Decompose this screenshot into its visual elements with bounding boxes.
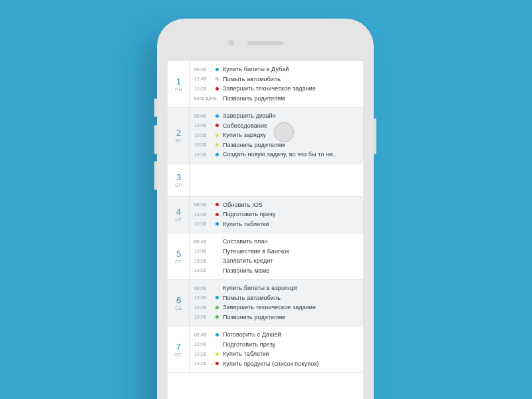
task-row[interactable]: 16:00Завершить техническое задание: [194, 84, 359, 94]
task-time: 19:00: [194, 268, 211, 273]
task-row[interactable]: 13:40Подготовить презу: [194, 209, 359, 219]
task-row[interactable]: 13:40Помыть автомобиль: [194, 74, 359, 84]
task-time: 18:00: [194, 259, 211, 263]
day-number: 1: [176, 77, 181, 86]
volume-up-btn: [154, 125, 157, 154]
task-row[interactable]: весь деньПозвонить родителям: [194, 94, 359, 104]
task-row[interactable]: 08:40Купить билеты в Дубай: [194, 65, 359, 74]
task-row[interactable]: 13:40Собеседование: [194, 121, 359, 131]
day-weekday: СБ: [175, 306, 182, 311]
task-color-dot-icon: [215, 342, 219, 346]
day-row[interactable]: 3СР: [168, 164, 363, 197]
task-title: Завершить техническое задание: [223, 85, 316, 92]
day-number: 4: [176, 207, 181, 216]
day-tasks: 08:40Купить билеты в аэропорт13:40Помыть…: [190, 280, 363, 326]
task-title: Позвонить маме: [223, 267, 269, 274]
task-row[interactable]: 13:40Подготовить презу: [194, 340, 359, 350]
day-date-cell[interactable]: 1ПН: [168, 61, 190, 107]
task-color-dot-icon: [215, 333, 219, 336]
task-color-dot-icon: [215, 143, 219, 146]
day-date-cell[interactable]: 5ПТ: [168, 233, 190, 279]
task-time: 13:40: [194, 123, 211, 128]
task-row[interactable]: 18:00Позвонить родителям: [194, 140, 359, 150]
task-color-dot-icon: [215, 68, 219, 71]
task-color-dot-icon: [215, 114, 219, 118]
task-color-dot-icon: [215, 124, 219, 127]
task-title: Завершить техническое задание: [223, 304, 316, 311]
task-time: весь день: [194, 96, 211, 100]
task-time: 18:00: [194, 142, 211, 147]
day-row[interactable]: 4ЧТ08:40Обновить IOS13:40Подготовить пре…: [168, 197, 363, 234]
task-row[interactable]: 16:00Купить таблетки: [194, 349, 359, 359]
task-color-dot-icon: [215, 296, 219, 299]
task-color-dot-icon: [215, 213, 219, 216]
task-row[interactable]: 18:00Заплатить кредит: [194, 256, 359, 266]
day-date-cell[interactable]: 4ЧТ: [168, 197, 190, 233]
task-row[interactable]: 19:00Создать новую задачу, во что бы то …: [194, 150, 359, 160]
task-title: Купить таблетки: [223, 221, 269, 227]
task-row[interactable]: 16:00Купить зарядку: [194, 130, 359, 140]
task-row[interactable]: 13:40Путешествие в Бангкок: [194, 247, 359, 257]
task-time: 08:40: [194, 239, 211, 244]
task-title: Создать новую задачу, во что бы то ни..: [223, 151, 336, 158]
app-screen[interactable]: 1ПН08:40Купить билеты в Дубай13:40Помыть…: [168, 61, 363, 399]
task-color-dot-icon: [215, 222, 219, 225]
task-color-dot-icon: [215, 352, 219, 356]
task-title: Помыть автомобиль: [223, 295, 281, 301]
task-time: 08:40: [194, 114, 211, 118]
task-color-dot-icon: [215, 134, 219, 137]
task-title: Позвонить родителям: [223, 95, 285, 102]
task-title: Составить план: [223, 238, 268, 245]
day-number: 5: [176, 249, 181, 258]
task-time: 08:40: [194, 202, 211, 207]
day-row[interactable]: 7ВС08:40Поговорить с Дашей13:40Подготови…: [168, 327, 363, 373]
task-title: Обновить IOS: [223, 201, 263, 208]
task-row[interactable]: 08:40Завершить дизайн: [194, 111, 359, 121]
task-time: 16:00: [194, 221, 211, 226]
day-tasks: [190, 164, 363, 196]
task-title: Купить билеты в Дубай: [223, 66, 289, 72]
day-tasks: 08:40Обновить IOS13:40Подготовить презу1…: [190, 197, 363, 233]
task-row[interactable]: 16:00Завершить техническое задание: [194, 303, 359, 313]
task-row[interactable]: 13:40Помыть автомобиль: [194, 293, 359, 303]
day-list[interactable]: 1ПН08:40Купить билеты в Дубай13:40Помыть…: [168, 61, 363, 373]
task-row[interactable]: 19:00Позвонить родителям: [194, 313, 359, 323]
day-date-cell[interactable]: 3СР: [168, 164, 190, 196]
task-title: Купить продукты (список покупок): [223, 360, 319, 367]
task-color-dot-icon: [215, 96, 219, 100]
task-time: 16:00: [194, 133, 211, 138]
day-row[interactable]: 6СБ08:40Купить билеты в аэропорт13:40Пом…: [168, 280, 363, 327]
task-title: Позвонить родителям: [223, 314, 285, 321]
task-time: 19:00: [194, 315, 211, 319]
task-row[interactable]: 08:40Поговорить с Дашей: [194, 330, 359, 340]
task-row[interactable]: 08:40Составить план: [194, 237, 359, 247]
day-row[interactable]: 5ПТ08:40Составить план13:40Путешествие в…: [168, 233, 363, 280]
day-date-cell[interactable]: 6СБ: [168, 280, 190, 326]
task-color-dot-icon: [215, 287, 219, 290]
task-title: Поговорить с Дашей: [223, 331, 281, 338]
day-row[interactable]: 2ВТ08:40Завершить дизайн13:40Собеседован…: [168, 108, 363, 164]
task-title: Путешествие в Бангкок: [223, 248, 289, 255]
task-row[interactable]: 08:40Обновить IOS: [194, 200, 359, 210]
task-title: Купить зарядку: [223, 132, 266, 138]
day-tasks: 08:40Поговорить с Дашей13:40Подготовить …: [190, 327, 363, 372]
volume-down-btn: [154, 161, 157, 190]
day-weekday: ПН: [175, 87, 182, 92]
task-row[interactable]: 19:00Купить продукты (список покупок): [194, 359, 359, 369]
task-time: 13:40: [194, 212, 211, 217]
day-row[interactable]: 1ПН08:40Купить билеты в Дубай13:40Помыть…: [168, 61, 363, 108]
day-weekday: ВС: [175, 352, 182, 357]
power-btn: [374, 118, 376, 154]
task-title: Подготовить презу: [223, 211, 275, 217]
day-weekday: ПТ: [176, 259, 182, 264]
day-weekday: СР: [175, 183, 182, 188]
day-number: 7: [176, 342, 181, 351]
day-date-cell[interactable]: 2ВТ: [168, 108, 190, 164]
task-row[interactable]: 16:00Купить таблетки: [194, 219, 359, 229]
task-time: 13:40: [194, 295, 211, 300]
task-row[interactable]: 19:00Позвонить маме: [194, 266, 359, 276]
task-title: Собеседование: [223, 122, 267, 129]
task-row[interactable]: 08:40Купить билеты в аэропорт: [194, 283, 359, 293]
task-time: 08:40: [194, 286, 211, 291]
day-date-cell[interactable]: 7ВС: [168, 327, 190, 372]
